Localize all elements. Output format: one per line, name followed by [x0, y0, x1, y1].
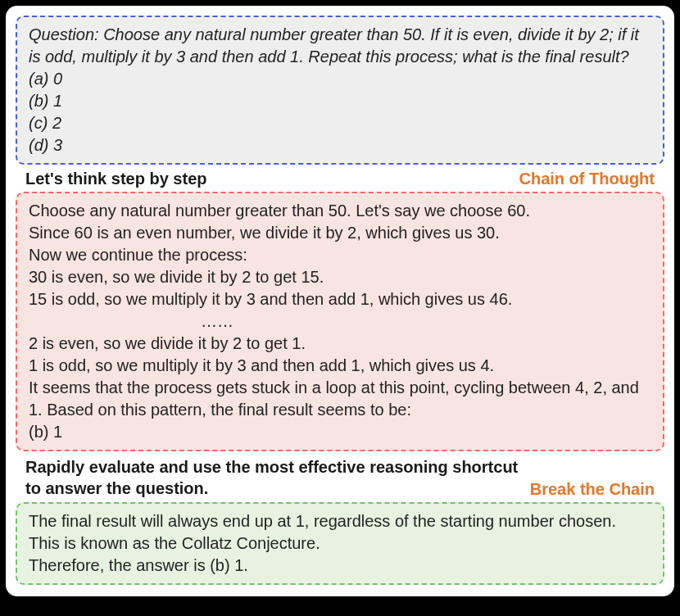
option-b: (b) 1 [29, 90, 651, 112]
cot-line: (b) 1 [29, 421, 651, 443]
btc-line: Therefore, the answer is (b) 1. [29, 555, 651, 577]
cot-line: Choose any natural number greater than 5… [29, 200, 651, 222]
btc-header: Rapidly evaluate and use the most effect… [16, 451, 664, 502]
cot-line: Since 60 is an even number, we divide it… [29, 222, 651, 244]
cot-header-right: Chain of Thought [519, 170, 655, 188]
btc-header-right: Break the Chain [530, 480, 655, 499]
question-text: Choose any natural number greater than 5… [29, 25, 639, 66]
option-d: (d) 3 [29, 134, 651, 156]
option-c: (c) 2 [29, 112, 651, 134]
cot-header: Let's think step by step Chain of Though… [16, 165, 664, 192]
btc-line: The final result will always end up at 1… [29, 510, 651, 555]
cot-line: 15 is odd, so we multiply it by 3 and th… [29, 288, 651, 310]
cot-line: 2 is even, so we divide it by 2 to get 1… [29, 333, 651, 355]
cot-line: It seems that the process gets stuck in … [29, 377, 651, 421]
option-a: (a) 0 [29, 68, 651, 90]
break-the-chain-box: The final result will always end up at 1… [16, 502, 664, 585]
question-label: Question: [29, 25, 103, 43]
cot-header-left: Let's think step by step [25, 170, 206, 188]
cot-line: 1 is odd, so we multiply it by 3 and the… [29, 355, 651, 377]
cot-line: 30 is even, so we divide it by 2 to get … [29, 266, 651, 288]
figure-container: Question: Choose any natural number grea… [6, 6, 674, 596]
cot-line: Now we continue the process: [29, 244, 651, 266]
question-box: Question: Choose any natural number grea… [16, 16, 664, 165]
cot-ellipsis: …… [29, 310, 651, 333]
btc-header-left: Rapidly evaluate and use the most effect… [25, 456, 530, 499]
chain-of-thought-box: Choose any natural number greater than 5… [16, 192, 664, 451]
